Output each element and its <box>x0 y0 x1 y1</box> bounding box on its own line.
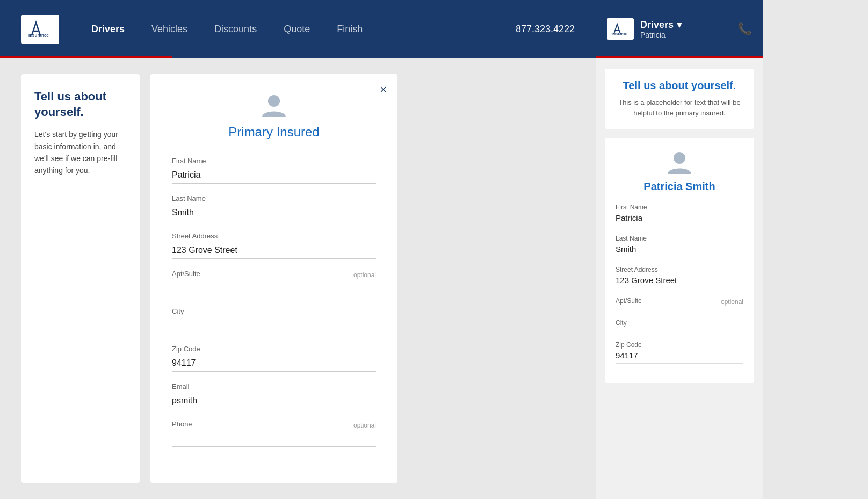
phone-number: 877.323.4222 <box>516 24 575 35</box>
info-card-title: Tell us about yourself. <box>616 79 743 92</box>
nav-items: Drivers Vehicles Discounts Quote Finish <box>91 24 516 35</box>
apt-suite-label: Apt/Suite <box>172 270 200 278</box>
profile-first-name-value: Patricia <box>616 213 743 226</box>
phone-input[interactable] <box>172 430 376 447</box>
profile-first-name-label: First Name <box>616 204 743 211</box>
profile-city-value <box>616 329 743 332</box>
svg-point-1 <box>268 95 280 107</box>
email-field: Email <box>172 382 376 409</box>
profile-street-address-label: Street Address <box>616 266 743 273</box>
first-name-field: First Name <box>172 157 376 184</box>
profile-person-icon <box>666 148 693 176</box>
apt-suite-optional: optional <box>353 271 376 279</box>
profile-card: Patricia Smith First Name Patricia Last … <box>605 138 754 383</box>
zip-code-field: Zip Code <box>172 345 376 372</box>
svg-text:Insurance: Insurance <box>28 33 49 38</box>
nav-item-discounts[interactable]: Discounts <box>214 24 257 35</box>
right-navbar: Insurance Drivers ▾ Patricia 📞 <box>596 0 763 58</box>
right-panel: Insurance Drivers ▾ Patricia 📞 Tell us a… <box>596 0 763 499</box>
apt-suite-input[interactable] <box>172 280 376 296</box>
page-content: Tell us about yourself. Let's start by g… <box>0 58 596 499</box>
profile-last-name-field: Last Name Smith <box>616 235 743 257</box>
profile-last-name-value: Smith <box>616 244 743 257</box>
right-nav-text: Drivers ▾ Patricia <box>640 19 682 39</box>
profile-street-address-value: 123 Grove Street <box>616 276 743 288</box>
email-label: Email <box>172 382 376 390</box>
right-nav-subtitle: Patricia <box>640 31 682 39</box>
profile-apt-suite-label: Apt/Suite <box>616 297 642 305</box>
last-name-label: Last Name <box>172 194 376 203</box>
profile-zip-code-value: 94117 <box>616 351 743 364</box>
svg-text:Insurance: Insurance <box>612 32 627 35</box>
city-label: City <box>172 307 376 315</box>
nav-item-quote[interactable]: Quote <box>284 24 310 35</box>
profile-last-name-label: Last Name <box>616 235 743 242</box>
sidebar-description: Let's start by getting your basic inform… <box>34 128 127 177</box>
logo-area: Insurance <box>21 15 59 44</box>
sidebar-card: Tell us about yourself. Let's start by g… <box>21 74 140 483</box>
profile-apt-suite-optional: optional <box>721 298 743 306</box>
nav-item-finish[interactable]: Finish <box>337 24 363 35</box>
street-address-input[interactable] <box>172 242 376 259</box>
info-card: Tell us about yourself. This is a placeh… <box>605 69 754 129</box>
right-logo: Insurance <box>607 18 634 40</box>
sidebar-title: Tell us about yourself. <box>34 89 127 120</box>
phone-label: Phone <box>172 420 192 428</box>
svg-point-3 <box>674 152 685 164</box>
last-name-input[interactable] <box>172 205 376 221</box>
phone-field: Phone optional <box>172 420 376 447</box>
navbar: Insurance Drivers Vehicles Discounts Quo… <box>0 0 596 58</box>
phone-optional: optional <box>353 422 376 429</box>
chevron-down-icon: ▾ <box>677 19 682 31</box>
profile-apt-suite-field: Apt/Suite optional <box>616 297 743 310</box>
street-address-label: Street Address <box>172 232 376 240</box>
city-field: City <box>172 307 376 334</box>
form-title: Primary Insured <box>228 125 319 140</box>
zip-code-input[interactable] <box>172 355 376 372</box>
right-nav-title-label: Drivers <box>640 19 674 31</box>
first-name-input[interactable] <box>172 167 376 184</box>
aaa-logo-icon: Insurance <box>27 20 53 38</box>
right-content: Tell us about yourself. This is a placeh… <box>596 58 763 499</box>
first-name-label: First Name <box>172 157 376 165</box>
close-button[interactable]: × <box>380 83 387 97</box>
zip-code-label: Zip Code <box>172 345 376 353</box>
profile-city-label: City <box>616 319 743 327</box>
person-icon <box>260 91 288 119</box>
logo: Insurance <box>21 15 59 44</box>
profile-header: Patricia Smith <box>616 148 743 193</box>
profile-street-address-field: Street Address 123 Grove Street <box>616 266 743 288</box>
right-nav-title: Drivers ▾ <box>640 19 682 31</box>
apt-suite-field: Apt/Suite optional <box>172 270 376 296</box>
phone-icon[interactable]: 📞 <box>737 22 752 36</box>
form-header: Primary Insured <box>172 91 376 140</box>
last-name-field: Last Name <box>172 194 376 221</box>
profile-apt-suite-value <box>616 307 743 310</box>
nav-item-vehicles[interactable]: Vehicles <box>151 24 187 35</box>
email-input[interactable] <box>172 393 376 409</box>
nav-item-drivers[interactable]: Drivers <box>91 24 125 35</box>
profile-first-name-field: First Name Patricia <box>616 204 743 226</box>
city-input[interactable] <box>172 317 376 334</box>
main-section: Insurance Drivers Vehicles Discounts Quo… <box>0 0 596 499</box>
profile-name: Patricia Smith <box>643 180 715 193</box>
street-address-field: Street Address <box>172 232 376 259</box>
profile-zip-code-label: Zip Code <box>616 341 743 349</box>
profile-zip-code-field: Zip Code 94117 <box>616 341 743 364</box>
right-aaa-logo-icon: Insurance <box>611 23 630 35</box>
info-card-description: This is a placeholder for text that will… <box>616 97 743 118</box>
profile-city-field: City <box>616 319 743 332</box>
form-panel: × Primary Insured First Name Last Name <box>150 74 397 483</box>
